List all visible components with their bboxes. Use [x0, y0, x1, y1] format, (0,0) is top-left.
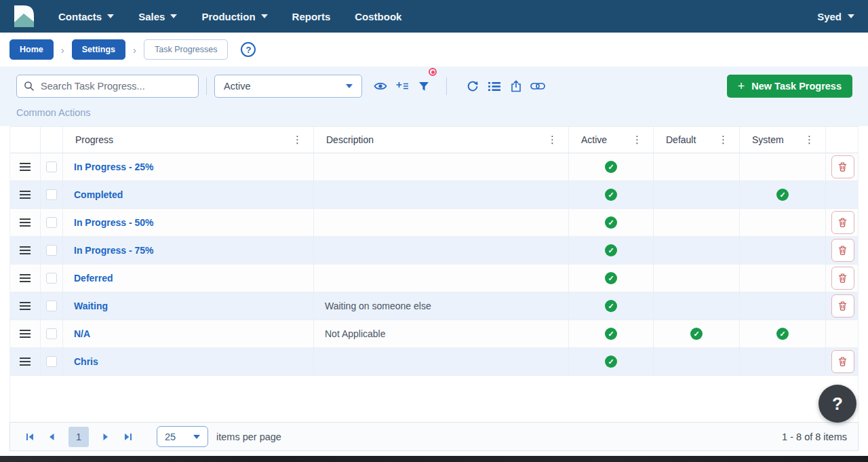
delete-button[interactable] — [831, 239, 854, 262]
link-icon[interactable] — [528, 76, 548, 96]
refresh-icon[interactable] — [462, 76, 483, 96]
page-help-icon[interactable]: ? — [241, 42, 256, 57]
last-page-button[interactable] — [119, 428, 136, 446]
new-task-progress-label: New Task Progress — [751, 81, 842, 92]
user-menu[interactable]: Syed — [817, 11, 854, 22]
floating-help-button[interactable]: ? — [818, 385, 856, 423]
table-row: Deferred ✓ ✓ ✓ — [10, 265, 858, 292]
add-column-icon[interactable] — [392, 76, 412, 96]
new-task-progress-button[interactable]: + New Task Progress — [727, 75, 852, 98]
drag-handle-icon[interactable] — [20, 222, 31, 223]
actions-cell — [826, 348, 859, 375]
nav-item-reports[interactable]: Reports — [292, 11, 331, 22]
table-header: Progress ⋮ Description ⋮ Active ⋮ Defaul… — [10, 126, 858, 153]
row-checkbox[interactable] — [46, 273, 57, 284]
delete-button[interactable] — [831, 350, 854, 373]
page-size-dropdown[interactable]: 25 — [157, 426, 208, 447]
drag-handle-icon[interactable] — [20, 194, 31, 195]
app-logo-icon[interactable] — [9, 3, 37, 29]
nav-item-sales[interactable]: Sales — [138, 11, 177, 22]
table-row: Chris ✓ ✓ ✓ — [10, 348, 858, 376]
search-input[interactable] — [41, 81, 191, 92]
active-cell: ✓ — [569, 348, 654, 375]
chevron-down-icon — [848, 14, 854, 18]
filter-icon[interactable] — [414, 76, 434, 96]
row-checkbox[interactable] — [46, 217, 57, 228]
drag-handle-icon[interactable] — [20, 277, 31, 279]
table-row: In Progress - 75% ✓ ✓ ✓ — [10, 237, 858, 265]
system-cell: ✓ — [740, 237, 826, 264]
progress-link[interactable]: Deferred — [63, 273, 113, 284]
checkbox-cell — [41, 292, 63, 320]
description-cell — [314, 237, 569, 264]
row-checkbox[interactable] — [46, 328, 57, 339]
page-size-value: 25 — [165, 431, 193, 442]
column-menu-icon[interactable]: ⋮ — [632, 134, 653, 146]
pagination-bar: 1 25 items per page 1 - 8 of 8 items — [9, 422, 859, 451]
row-checkbox[interactable] — [46, 301, 57, 311]
breadcrumb-settings-button[interactable]: Settings — [72, 39, 125, 60]
next-page-button[interactable] — [97, 428, 115, 446]
drag-handle-icon[interactable] — [20, 305, 31, 307]
row-checkbox[interactable] — [46, 245, 57, 256]
header-default: Default ⋮ — [654, 127, 740, 153]
progress-link[interactable]: In Progress - 75% — [63, 245, 154, 256]
default-check-icon: ✓ — [690, 328, 703, 340]
drag-cell — [10, 237, 41, 264]
eye-icon[interactable] — [370, 76, 391, 96]
nav-item-production[interactable]: Production — [201, 11, 267, 22]
page-number-button[interactable]: 1 — [68, 427, 89, 447]
trash-icon — [837, 273, 848, 284]
delete-button[interactable] — [831, 267, 854, 290]
drag-cell — [10, 320, 41, 347]
row-checkbox[interactable] — [46, 161, 57, 172]
nav-item-costbook[interactable]: Costbook — [355, 11, 401, 22]
drag-handle-icon[interactable] — [20, 250, 31, 251]
list-view-icon[interactable] — [484, 76, 505, 96]
nav-menu: Contacts Sales Production Reports Costbo… — [58, 11, 401, 22]
trash-icon — [837, 356, 848, 367]
system-cell: ✓ — [740, 320, 826, 347]
delete-button[interactable] — [831, 211, 854, 234]
table-row: In Progress - 25% ✓ ✓ ✓ — [10, 153, 858, 181]
active-cell: ✓ — [569, 265, 654, 292]
active-cell: ✓ — [569, 209, 654, 236]
drag-handle-icon[interactable] — [20, 361, 31, 362]
export-icon[interactable] — [506, 76, 526, 96]
previous-page-button[interactable] — [43, 428, 60, 446]
column-menu-icon[interactable]: ⋮ — [804, 134, 825, 146]
delete-button[interactable] — [831, 155, 854, 178]
progress-link[interactable]: In Progress - 25% — [63, 161, 154, 172]
status-filter-dropdown[interactable]: Active — [214, 75, 362, 98]
trash-icon — [837, 217, 848, 228]
progress-link[interactable]: Chris — [63, 356, 98, 367]
description-cell — [314, 209, 569, 236]
column-menu-icon[interactable]: ⋮ — [718, 134, 739, 146]
row-checkbox[interactable] — [46, 356, 57, 367]
trash-icon — [837, 245, 848, 256]
first-page-button[interactable] — [21, 428, 39, 446]
actions-cell — [826, 237, 859, 264]
drag-handle-icon[interactable] — [20, 333, 31, 334]
nav-item-contacts[interactable]: Contacts — [58, 11, 114, 22]
header-system: System ⋮ — [740, 127, 826, 153]
nav-item-label: Production — [201, 11, 255, 22]
default-cell: ✓ — [654, 265, 740, 292]
delete-button[interactable] — [831, 294, 854, 317]
progress-cell: Waiting — [63, 292, 314, 320]
drag-handle-icon[interactable] — [20, 166, 31, 168]
system-check-icon: ✓ — [776, 328, 789, 340]
progress-link[interactable]: Completed — [63, 189, 123, 200]
default-cell: ✓ — [654, 153, 740, 180]
breadcrumb-home-button[interactable]: Home — [9, 39, 54, 60]
chevron-down-icon — [346, 84, 353, 88]
row-checkbox[interactable] — [46, 189, 57, 200]
active-check-icon: ✓ — [605, 161, 617, 173]
progress-link[interactable]: In Progress - 50% — [63, 217, 154, 228]
table-row: Completed ✓ ✓ ✓ — [10, 181, 858, 209]
progress-link[interactable]: Waiting — [63, 301, 108, 311]
progress-link[interactable]: N/A — [63, 328, 90, 339]
column-menu-icon[interactable]: ⋮ — [547, 134, 568, 146]
nav-item-label: Contacts — [58, 11, 102, 22]
column-menu-icon[interactable]: ⋮ — [292, 134, 313, 146]
